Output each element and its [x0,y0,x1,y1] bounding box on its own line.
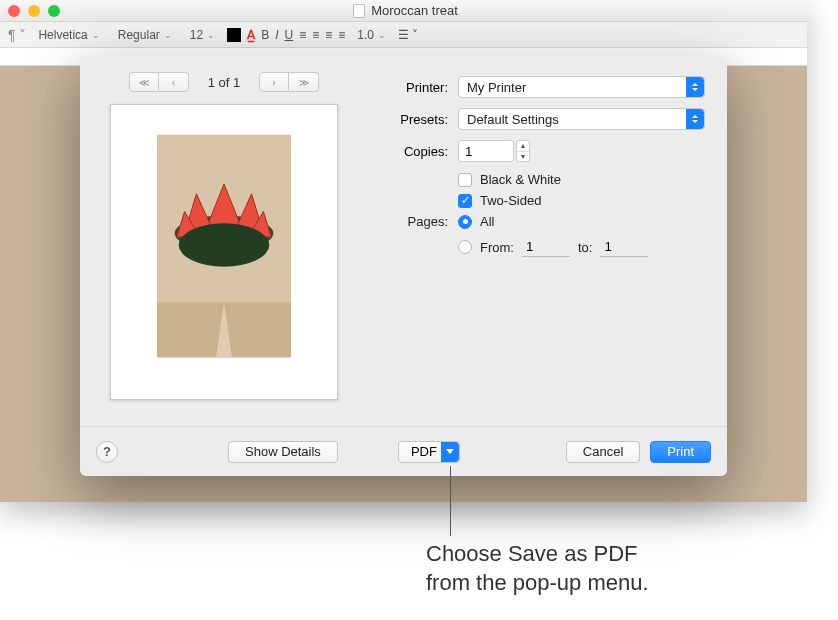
cancel-button[interactable]: Cancel [566,441,640,463]
italic-button[interactable]: I [275,28,278,42]
print-preview-pane: ≪ ‹ 1 of 1 › ≫ [80,56,368,426]
printer-label: Printer: [378,80,448,95]
stepper-down-icon[interactable]: ▼ [517,152,529,162]
pdf-popup-button[interactable]: PDF [398,441,460,463]
pages-all-label: All [480,214,494,229]
page-indicator: 1 of 1 [199,75,249,90]
font-family-select[interactable]: Helvetica⌄ [32,25,105,45]
align-left-button[interactable]: ≡ [299,28,306,42]
presets-select[interactable]: Default Settings [458,108,705,130]
pages-from-input[interactable] [522,237,570,257]
page-thumbnail [110,104,338,400]
list-style-button[interactable]: ☰ ˅ [398,28,418,42]
black-white-checkbox[interactable] [458,173,472,187]
last-page-button[interactable]: ≫ [289,72,319,92]
font-style-select[interactable]: Regular⌄ [112,25,178,45]
window-title-text: Moroccan treat [371,3,458,18]
stepper-up-icon[interactable]: ▲ [517,141,529,152]
pages-range-radio[interactable] [458,240,472,254]
format-toolbar: ¶ ˅ Helvetica⌄ Regular⌄ 12⌄ A̲ B I U ≡ ≡… [0,22,807,48]
print-dialog: ≪ ‹ 1 of 1 › ≫ [80,56,727,476]
svg-point-3 [179,223,270,266]
pages-to-input[interactable] [600,237,648,257]
next-page-button[interactable]: › [259,72,289,92]
prev-page-button[interactable]: ‹ [159,72,189,92]
align-justify-button[interactable]: ≡ [338,28,345,42]
line-spacing-select[interactable]: 1.0⌄ [351,25,392,45]
select-arrows-icon [686,109,704,129]
text-color-swatch[interactable] [227,28,241,42]
select-arrows-icon [686,77,704,97]
printer-select[interactable]: My Printer [458,76,705,98]
minimize-window-button[interactable] [28,5,40,17]
preview-image [157,133,291,359]
align-right-button[interactable]: ≡ [325,28,332,42]
copies-input[interactable] [458,140,514,162]
underline-button[interactable]: U [285,28,294,42]
black-white-label: Black & White [480,172,561,187]
paragraph-style-icon[interactable]: ¶ ˅ [8,27,26,43]
copies-stepper[interactable]: ▲ ▼ [516,140,530,162]
pages-from-label: From: [480,240,514,255]
font-size-select[interactable]: 12⌄ [184,25,221,45]
close-window-button[interactable] [8,5,20,17]
titlebar: Moroccan treat [0,0,807,22]
maximize-window-button[interactable] [48,5,60,17]
copies-label: Copies: [378,144,448,159]
print-settings-pane: Printer: My Printer Presets: Default Set… [368,56,727,426]
help-button[interactable]: ? [96,441,118,463]
two-sided-label: Two-Sided [480,193,541,208]
print-button[interactable]: Print [650,441,711,463]
presets-label: Presets: [378,112,448,127]
callout-leader-line [450,466,451,536]
callout-text: Choose Save as PDF from the pop-up menu. [426,540,649,597]
chevron-down-icon [441,442,459,462]
bold-button[interactable]: B [261,28,269,42]
traffic-lights [8,5,60,17]
two-sided-checkbox[interactable] [458,194,472,208]
dialog-footer: ? Show Details PDF Cancel Print [80,426,727,476]
first-page-button[interactable]: ≪ [129,72,159,92]
window-title: Moroccan treat [60,3,751,18]
text-color-picker-icon[interactable]: A̲ [247,28,255,42]
pages-label: Pages: [378,214,448,229]
pages-all-radio[interactable] [458,215,472,229]
pages-to-label: to: [578,240,592,255]
page-navigator: ≪ ‹ 1 of 1 › ≫ [129,72,319,92]
align-center-button[interactable]: ≡ [312,28,319,42]
document-icon [353,4,365,18]
show-details-button[interactable]: Show Details [228,441,338,463]
